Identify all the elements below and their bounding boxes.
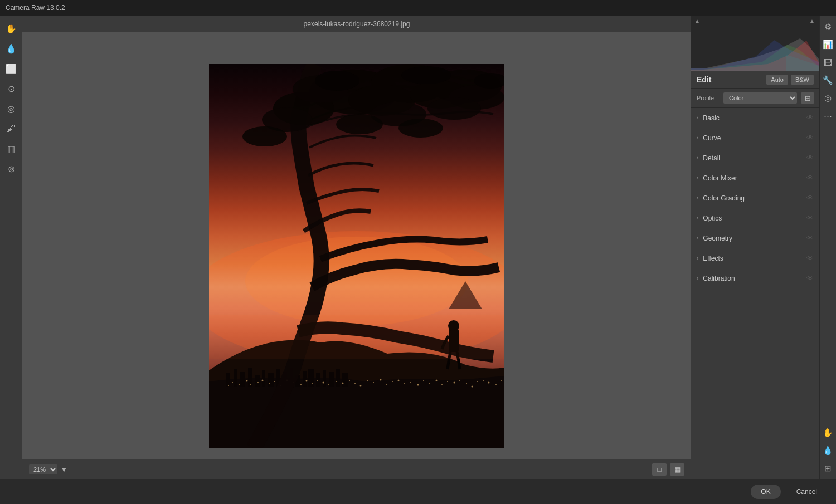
cancel-button[interactable]: Cancel (786, 485, 827, 499)
app-title: Camera Raw 13.0.2 (6, 4, 65, 12)
crop-tool[interactable]: ⬜ (3, 60, 20, 77)
ok-button[interactable]: OK (751, 485, 780, 499)
panel-chevron-0: › (697, 115, 698, 121)
svg-point-25 (250, 384, 251, 385)
panel-chevron-2: › (697, 155, 698, 161)
panel-chevron-4: › (697, 195, 698, 201)
panel-row-color-mixer[interactable]: › Color Mixer 👁 (691, 168, 819, 188)
panel-chevron-8: › (697, 275, 698, 281)
svg-point-41 (349, 380, 350, 381)
panel-name-3: Color Mixer (703, 174, 737, 182)
svg-point-24 (246, 380, 248, 381)
settings-icon-btn[interactable]: ⚙ (822, 20, 835, 33)
panel-row-calibration[interactable]: › Calibration 👁 (691, 268, 819, 288)
svg-rect-17 (323, 370, 326, 387)
svg-point-62 (477, 381, 478, 382)
svg-rect-3 (226, 373, 230, 387)
filename: pexels-lukas-rodriguez-3680219.jpg (304, 20, 410, 28)
histogram: ▲ ▲ (691, 16, 819, 71)
svg-point-63 (483, 380, 484, 381)
svg-rect-19 (336, 369, 340, 387)
svg-point-40 (342, 382, 344, 384)
local-adj-icon-btn[interactable]: ◎ (822, 91, 835, 105)
panel-eye-6[interactable]: 👁 (806, 234, 814, 242)
svg-point-21 (228, 385, 229, 386)
svg-rect-5 (240, 372, 245, 387)
panel-row-effects[interactable]: › Effects 👁 (691, 248, 819, 268)
svg-point-78 (315, 71, 359, 91)
panel-eye-3[interactable]: 👁 (806, 174, 814, 182)
svg-point-66 (501, 380, 502, 381)
profile-label: Profile (697, 95, 719, 101)
main-area: ✋ 💧 ⬜ ⊙ ◎ 🖌 ▥ ⊚ pexels-lukas-rodriguez-3… (0, 16, 836, 479)
zoom-select[interactable]: 21% (29, 464, 57, 474)
panel-eye-0[interactable]: 👁 (806, 114, 814, 122)
red-eye-tool[interactable]: ◎ (3, 100, 20, 117)
panel-row-basic[interactable]: › Basic 👁 (691, 108, 819, 128)
eyedropper-tool[interactable]: 💧 (3, 40, 20, 57)
svg-point-22 (232, 382, 233, 383)
split-view-btn[interactable]: ▦ (670, 463, 684, 476)
svg-rect-6 (248, 368, 252, 387)
svg-point-53 (423, 380, 424, 381)
svg-point-59 (459, 380, 460, 381)
panel-row-geometry[interactable]: › Geometry 👁 (691, 228, 819, 248)
panel-eye-2[interactable]: 👁 (806, 154, 814, 162)
profile-select[interactable]: Color (723, 92, 797, 104)
basic-edit-icon-btn[interactable]: 🔧 (822, 74, 835, 87)
gradient-filter-tool[interactable]: ▥ (3, 140, 20, 157)
panel-eye-1[interactable]: 👁 (806, 134, 814, 142)
histogram-icon-btn[interactable]: 📊 (822, 38, 835, 51)
auto-button[interactable]: Auto (766, 75, 788, 85)
svg-point-77 (427, 97, 481, 120)
radial-filter-tool[interactable]: ⊚ (3, 160, 20, 177)
canvas-area: pexels-lukas-rodriguez-3680219.jpg (22, 16, 691, 479)
single-view-btn[interactable]: □ (652, 463, 667, 476)
svg-point-61 (472, 385, 473, 387)
filmstrip-icon-btn[interactable]: 🎞 (822, 56, 835, 69)
right-icons-toolbar: ⚙ 📊 🎞 🔧 ◎ ⋯ ✋ 💧 ⊞ (819, 16, 836, 479)
svg-point-46 (380, 379, 382, 380)
hand-tool[interactable]: ✋ (3, 20, 20, 37)
svg-point-56 (441, 384, 443, 385)
panel-row-curve[interactable]: › Curve 👁 (691, 128, 819, 148)
panel-name-1: Curve (703, 134, 721, 142)
profile-grid-btn[interactable]: ⊞ (801, 92, 814, 104)
svg-point-48 (392, 381, 393, 382)
panel-row-color-grading[interactable]: › Color Grading 👁 (691, 188, 819, 208)
panel-name-7: Effects (703, 255, 723, 262)
panel-chevron-7: › (697, 255, 698, 261)
svg-point-37 (323, 381, 324, 383)
hand-right-icon-btn[interactable]: ✋ (822, 426, 835, 439)
more-icon-btn[interactable]: ⋯ (822, 109, 835, 123)
panel-row-optics[interactable]: › Optics 👁 (691, 208, 819, 228)
main-image (209, 64, 504, 448)
clipping-highlights-icon[interactable]: ▲ (809, 18, 816, 25)
adjustment-brush-tool[interactable]: 🖌 (3, 120, 20, 137)
edit-panels-list: › Basic 👁 › Curve 👁 › Detail 👁 › Color M… (691, 108, 819, 479)
panel-eye-7[interactable]: 👁 (806, 254, 814, 262)
clipping-shadows-icon[interactable]: ▲ (694, 18, 701, 25)
svg-rect-18 (329, 372, 334, 387)
panel-eye-8[interactable]: 👁 (806, 274, 814, 282)
panel-chevron-5: › (697, 215, 698, 221)
svg-point-54 (429, 383, 430, 384)
zoom-dropdown-icon[interactable]: ▾ (61, 463, 67, 476)
svg-point-36 (317, 380, 318, 381)
svg-point-42 (354, 383, 356, 384)
svg-point-43 (360, 385, 362, 386)
panel-chevron-3: › (697, 175, 698, 181)
bw-button[interactable]: B&W (791, 75, 814, 85)
footer: OK Cancel (0, 479, 836, 504)
sample-right-icon-btn[interactable]: 💧 (822, 444, 835, 457)
svg-rect-7 (255, 375, 260, 387)
spot-removal-tool[interactable]: ⊙ (3, 80, 20, 97)
svg-point-64 (488, 381, 490, 383)
svg-rect-4 (234, 369, 237, 387)
grid-right-icon-btn[interactable]: ⊞ (822, 462, 835, 475)
svg-point-26 (257, 382, 259, 383)
panel-row-detail[interactable]: › Detail 👁 (691, 148, 819, 168)
panel-eye-5[interactable]: 👁 (806, 214, 814, 222)
panel-eye-4[interactable]: 👁 (806, 194, 814, 202)
svg-rect-8 (262, 370, 265, 387)
